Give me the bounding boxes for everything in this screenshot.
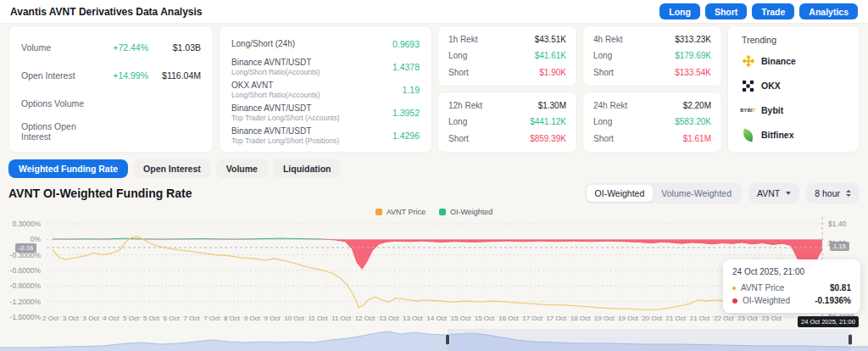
navigator-handle[interactable]	[446, 334, 450, 345]
options-volume-row[interactable]: Options Volume	[21, 89, 201, 117]
chart-section-header: AVNT OI-Weighted Funding Rate OI-Weighte…	[8, 183, 860, 203]
rekt-4h-total: $313.23K	[675, 35, 711, 44]
binance-top-trader-accounts-label: Binance AVNT/USDT	[231, 103, 340, 113]
rekt-1h-long-value: $41.61K	[535, 51, 566, 60]
oi-weighted-option[interactable]: OI-Weighted	[587, 185, 654, 202]
binance-ls-accounts-row[interactable]: Binance AVNT/USDT Long/Short Ratio(Accou…	[231, 55, 420, 78]
x-tick-label: 14 Oct	[426, 315, 447, 322]
tooltip-price-row: AVNT Price $0.81	[732, 283, 851, 292]
x-tick-label: 23 Oct	[737, 315, 758, 322]
trending-item-binance[interactable]: Binance	[742, 54, 845, 68]
y-axis-left-label: -1.5000%	[0, 313, 41, 321]
coin-dropdown-value: AVNT	[757, 188, 780, 198]
x-tick-label: 7 Oct	[203, 315, 220, 322]
rekt-card-24h[interactable]: 24h Rekt$2.20M Long$583.20K Short$1.61M	[582, 92, 722, 153]
open-interest-value: $116.04M	[148, 70, 201, 81]
binance-top-trader-positions-label: Binance AVNT/USDT	[231, 126, 339, 136]
binance-top-trader-positions-value: 1.4296	[392, 131, 420, 141]
tooltip-price-label: AVNT Price	[741, 283, 830, 292]
x-tick-label: 19 Oct	[594, 315, 615, 322]
ls-24h-label: Long/Short (24h)	[231, 39, 295, 48]
tab-liquidation[interactable]: Liquidation	[273, 159, 342, 178]
crosshair-right-badge: 1.15	[830, 242, 849, 251]
rekt-12h-short-value: $859.39K	[530, 134, 566, 143]
x-tick-label: 7 Oct	[183, 315, 199, 322]
rekt-1h-long-label: Long	[448, 51, 467, 60]
long-short-ratios-card: Long/Short (24h) 0.9693 Binance AVNT/USD…	[219, 25, 432, 153]
x-tick-label: 16 Oct	[498, 315, 519, 322]
rekt-12h-long-value: $441.12K	[530, 117, 566, 126]
volume-row[interactable]: Volume +72.44% $1.03B	[21, 33, 201, 61]
rekt-cards-grid: 1h Rekt$43.51K Long$41.61K Short$1.90K 4…	[437, 25, 722, 153]
options-volume-label: Options Volume	[21, 98, 102, 109]
chart-title: AVNT OI-Weighted Funding Rate	[8, 187, 192, 200]
binance-top-trader-accounts-row[interactable]: Binance AVNT/USDT Top Trader Long/Short …	[231, 101, 420, 124]
x-tick-label: 22 Oct	[714, 315, 734, 322]
volume-oi-card: Volume +72.44% $1.03B Open Interest +14.…	[8, 25, 214, 153]
x-tick-label: 9 Oct	[264, 315, 280, 322]
open-interest-change: +14.99%	[102, 70, 148, 81]
y-axis-right-label: $1.40	[828, 220, 846, 228]
interval-dropdown-value: 8 hour	[815, 188, 840, 198]
short-button[interactable]: Short	[705, 3, 747, 20]
volume-label: Volume	[21, 42, 102, 53]
binance-top-trader-accounts-value: 1.3952	[392, 108, 420, 118]
x-tick-label: 8 Oct	[224, 315, 240, 322]
chart-range-navigator[interactable]	[0, 329, 868, 351]
header-actions: Long Short Trade Analytics	[659, 3, 858, 20]
tooltip-price-value: $0.81	[830, 283, 851, 292]
analytics-button[interactable]: Analytics	[799, 3, 858, 20]
open-interest-row[interactable]: Open Interest +14.99% $116.04M	[21, 61, 201, 89]
rekt-4h-short-label: Short	[593, 68, 614, 77]
options-open-interest-row[interactable]: Options Open Interest	[21, 117, 201, 145]
trending-item-bybit[interactable]: BYBIT Bybit	[742, 103, 845, 117]
volume-value: $1.03B	[148, 42, 201, 53]
y-axis-left-label: -1.2000%	[0, 298, 41, 306]
y-axis-left-label: -0.9000%	[0, 281, 41, 290]
trade-button[interactable]: Trade	[752, 3, 794, 20]
rekt-4h-title: 4h Rekt	[593, 35, 622, 44]
rekt-1h-short-value: $1.90K	[539, 68, 566, 77]
binance-ls-accounts-label: Binance AVNT/USDT	[231, 58, 320, 67]
binance-top-trader-positions-sub: Top Trader Long/Short (Positions)	[231, 136, 339, 145]
binance-top-trader-accounts-sub: Top Trader Long/Short (Accounts)	[231, 114, 340, 122]
rekt-card-12h[interactable]: 12h Rekt$1.30M Long$441.12K Short$859.39…	[437, 92, 577, 153]
tooltip-oi-row: OI-Weighted -0.1936%	[732, 296, 851, 305]
interval-dropdown[interactable]: 8 hour	[806, 183, 860, 203]
crosshair-left-badge: -0.16	[15, 243, 36, 253]
rekt-24h-title: 24h Rekt	[593, 101, 627, 110]
coin-dropdown[interactable]: AVNT	[748, 183, 799, 203]
oi-dot-icon	[732, 298, 737, 304]
funding-rate-chart: AVNT Price OI-Weighted 0.3000%0%-0.3000%…	[0, 207, 868, 329]
trending-bitfinex-label: Bitfinex	[761, 130, 794, 140]
trending-item-bitfinex[interactable]: Bitfinex	[742, 128, 845, 142]
tab-weighted-funding-rate[interactable]: Weighted Funding Rate	[8, 159, 128, 178]
top-bar: Avantis AVNT Derivatives Data Analysis L…	[0, 0, 868, 24]
chart-tooltip: 24 Oct 2025, 21:00 AVNT Price $0.81 OI-W…	[723, 259, 860, 313]
x-tick-label: 13 Oct	[379, 315, 399, 322]
rekt-12h-title: 12h Rekt	[448, 101, 482, 110]
derivatives-dashboard: Avantis AVNT Derivatives Data Analysis L…	[0, 0, 868, 351]
x-tick-label: 19 Oct	[618, 315, 638, 322]
ls-24h-row[interactable]: Long/Short (24h) 0.9693	[231, 32, 420, 55]
rekt-card-1h[interactable]: 1h Rekt$43.51K Long$41.61K Short$1.90K	[437, 25, 577, 86]
chart-tabs: Weighted Funding Rate Open Interest Volu…	[8, 159, 341, 178]
x-tick-label: 15 Oct	[475, 315, 495, 322]
chart-controls: OI-Weighted Volume-Weighted AVNT 8 hour	[585, 183, 860, 203]
funding-chart-svg[interactable]	[47, 207, 824, 320]
navigator-svg[interactable]	[0, 329, 868, 351]
okx-ls-accounts-label: OKX AVNT	[231, 81, 320, 90]
x-tick-label: 13 Oct	[403, 315, 423, 322]
binance-icon	[742, 55, 754, 68]
tab-volume[interactable]: Volume	[216, 159, 268, 178]
rekt-24h-long-value: $583.20K	[675, 117, 711, 126]
tab-open-interest[interactable]: Open Interest	[133, 159, 211, 178]
rekt-card-4h[interactable]: 4h Rekt$313.23K Long$179.69K Short$133.5…	[582, 25, 722, 86]
trending-item-okx[interactable]: OKX	[742, 79, 845, 92]
binance-top-trader-positions-row[interactable]: Binance AVNT/USDT Top Trader Long/Short …	[231, 124, 420, 147]
volume-weighted-option[interactable]: Volume-Weighted	[653, 185, 740, 202]
navigator-handle[interactable]	[849, 334, 853, 345]
long-button[interactable]: Long	[659, 3, 700, 20]
okx-ls-accounts-row[interactable]: OKX AVNT Long/Short Ratio(Accounts) 1.19	[231, 78, 420, 101]
x-axis: 2 Oct3 Oct3 Oct4 Oct5 Oct5 Oct6 Oct7 Oct…	[42, 315, 782, 322]
